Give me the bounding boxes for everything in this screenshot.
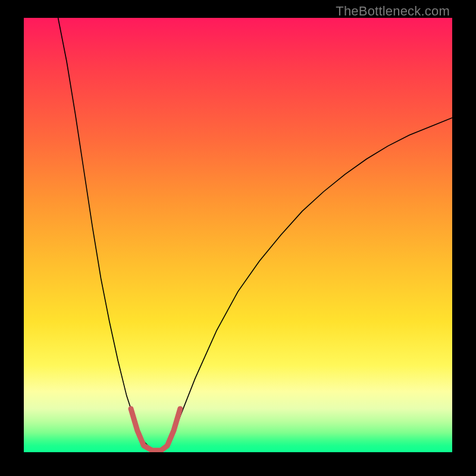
curve-layer	[24, 18, 452, 452]
bottleneck-curve	[58, 18, 452, 450]
chart-frame: TheBottleneck.com	[0, 0, 476, 476]
bottom-highlight	[131, 409, 180, 450]
attribution-label: TheBottleneck.com	[336, 4, 450, 19]
plot-area	[24, 18, 452, 452]
